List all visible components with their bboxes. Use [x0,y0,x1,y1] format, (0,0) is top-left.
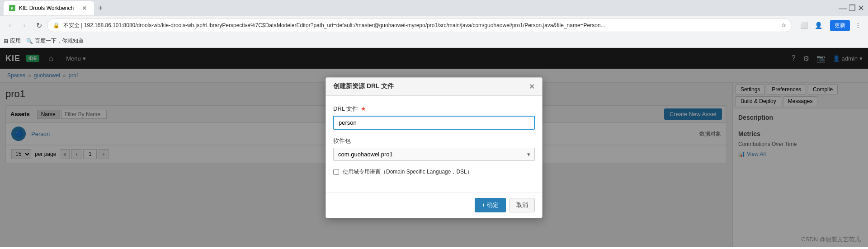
bookmark-baidu[interactable]: 🔍 百度一下，你就知道 [26,37,84,45]
apps-label: 应用 [10,37,21,45]
drl-form-group: DRL 文件 ★ [333,105,535,130]
browser-chrome: K KIE Drools Workbench ✕ + — ❐ ✕ ‹ › ↻ 🔒… [0,0,868,48]
modal-header: 创建新资源 DRL 文件 ✕ [326,78,542,96]
cancel-btn[interactable]: 取消 [509,198,535,212]
confirm-btn[interactable]: + 确定 [475,198,506,212]
back-btn[interactable]: ‹ [4,19,16,32]
bookmarks-bar: ⊞ 应用 🔍 百度一下，你就知道 [0,34,868,48]
modal-body: DRL 文件 ★ 软件包 com.guohaowei.pro1 ▾ [326,96,542,192]
required-star: ★ [361,105,366,112]
package-form-group: 软件包 com.guohaowei.pro1 ▾ [333,137,535,161]
drl-label: DRL 文件 ★ [333,105,535,113]
drl-input[interactable] [333,116,535,130]
tab-close-btn[interactable]: ✕ [80,4,89,12]
modal-title: 创建新资源 DRL 文件 [333,82,394,90]
tab-favicon: K [9,5,15,11]
refresh-btn[interactable]: 更新 [830,20,850,31]
reload-btn[interactable]: ↻ [33,19,45,32]
more-btn[interactable]: ⋮ [852,19,864,32]
tab-title: KIE Drools Workbench [19,5,74,11]
dsl-checkbox-group: 使用域专用语言（Domain Specific Language，DSL） [333,168,535,176]
tab-bar: K KIE Drools Workbench ✕ + — ❐ ✕ [0,0,868,16]
package-select-wrapper: com.guohaowei.pro1 ▾ [333,148,535,161]
app-container: KIE IDE ⌂ Menu ▾ ? ⚙ 📷 👤 admin ▾ Spaces … [0,48,868,247]
star-icon[interactable]: ☆ [781,22,786,28]
browser-actions: ⬜ 👤 更新 ⋮ [797,19,864,32]
modal-footer: + 确定 取消 [326,192,542,218]
baidu-label: 百度一下，你就知道 [35,37,84,45]
minimize-btn[interactable]: — [839,4,847,13]
active-tab[interactable]: K KIE Drools Workbench ✕ [4,1,94,15]
create-drl-modal: 创建新资源 DRL 文件 ✕ DRL 文件 ★ 软件包 com.guohaowe… [326,77,542,218]
dsl-checkbox[interactable] [333,169,339,175]
modal-close-btn[interactable]: ✕ [529,82,535,91]
forward-btn[interactable]: › [18,19,31,32]
package-label: 软件包 [333,137,535,145]
restore-btn[interactable]: ❐ [849,3,856,13]
dsl-checkbox-label: 使用域专用语言（Domain Specific Language，DSL） [343,168,472,176]
lock-icon: 🔒 [53,22,60,28]
dsl-form-group: 使用域专用语言（Domain Specific Language，DSL） [333,168,535,176]
profile-btn[interactable]: 👤 [812,19,825,32]
package-select[interactable]: com.guohaowei.pro1 [333,148,535,161]
address-bar[interactable]: 🔒 不安全 | 192.168.86.101:8080/drools-wb/ki… [47,19,792,32]
baidu-icon: 🔍 [26,38,33,44]
cast-btn[interactable]: ⬜ [797,19,810,32]
browser-controls: ‹ › ↻ 🔒 不安全 | 192.168.86.101:8080/drools… [0,16,868,34]
address-text: 不安全 | 192.168.86.101:8080/drools-wb/kie-… [63,22,778,29]
apps-icon: ⊞ [4,38,8,44]
bookmark-apps[interactable]: ⊞ 应用 [4,37,21,45]
modal-overlay: 创建新资源 DRL 文件 ✕ DRL 文件 ★ 软件包 com.guohaowe… [0,48,868,247]
new-tab-btn[interactable]: + [94,2,107,14]
close-window-btn[interactable]: ✕ [858,3,864,13]
